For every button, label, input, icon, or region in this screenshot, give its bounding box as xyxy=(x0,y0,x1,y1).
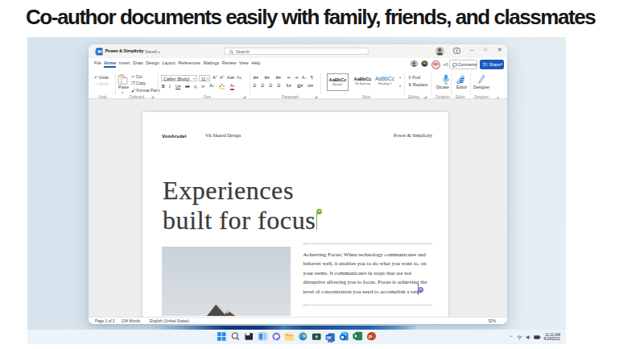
svg-text:P: P xyxy=(369,333,372,339)
svg-text:W: W xyxy=(327,334,332,339)
svg-text:W: W xyxy=(97,49,102,54)
